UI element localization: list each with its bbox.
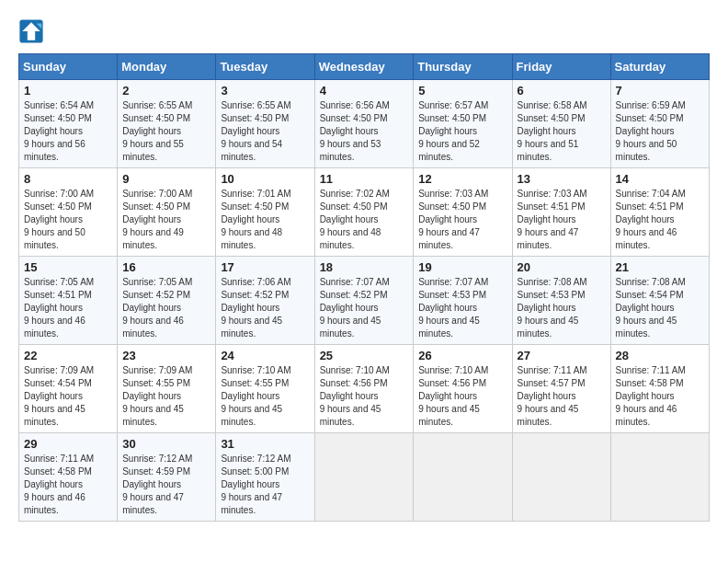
- calendar-cell: 8 Sunrise: 7:00 AM Sunset: 4:50 PM Dayli…: [19, 168, 118, 257]
- sunset-label: Sunset: 4:50 PM: [122, 201, 190, 212]
- daylight-value: 9 hours and 45 minutes.: [320, 404, 381, 427]
- sunrise-label: Sunrise: 7:06 AM: [221, 277, 290, 287]
- day-info: Sunrise: 7:05 AM Sunset: 4:52 PM Dayligh…: [122, 276, 210, 340]
- day-info: Sunrise: 7:09 AM Sunset: 4:55 PM Dayligh…: [122, 364, 210, 429]
- calendar-cell: 25 Sunrise: 7:10 AM Sunset: 4:56 PM Dayl…: [314, 345, 414, 433]
- sunrise-label: Sunrise: 7:05 AM: [24, 277, 94, 287]
- daylight-label: Daylight hours: [221, 126, 279, 136]
- daylight-value: 9 hours and 47 minutes.: [518, 227, 579, 250]
- day-info: Sunrise: 7:11 AM Sunset: 4:57 PM Dayligh…: [518, 364, 606, 429]
- calendar-week-3: 15 Sunrise: 7:05 AM Sunset: 4:51 PM Dayl…: [19, 257, 710, 345]
- calendar-cell: 15 Sunrise: 7:05 AM Sunset: 4:51 PM Dayl…: [19, 257, 118, 345]
- daylight-label: Daylight hours: [221, 303, 279, 313]
- day-number: 30: [122, 437, 210, 451]
- calendar-cell: 17 Sunrise: 7:06 AM Sunset: 4:52 PM Dayl…: [216, 257, 314, 345]
- sunrise-label: Sunrise: 6:54 AM: [24, 100, 94, 110]
- daylight-label: Daylight hours: [24, 479, 83, 489]
- daylight-value: 9 hours and 47 minutes.: [221, 492, 282, 515]
- sunrise-label: Sunrise: 6:55 AM: [122, 100, 192, 110]
- column-header-wednesday: Wednesday: [314, 54, 414, 80]
- sunset-label: Sunset: 4:53 PM: [418, 290, 486, 300]
- day-number: 31: [221, 437, 309, 451]
- day-number: 25: [320, 349, 409, 362]
- day-info: Sunrise: 7:02 AM Sunset: 4:50 PM Dayligh…: [320, 188, 409, 252]
- daylight-label: Daylight hours: [24, 126, 83, 136]
- daylight-label: Daylight hours: [518, 126, 576, 136]
- day-info: Sunrise: 7:04 AM Sunset: 4:51 PM Dayligh…: [616, 188, 704, 252]
- day-info: Sunrise: 7:05 AM Sunset: 4:51 PM Dayligh…: [24, 276, 112, 340]
- calendar-cell: 26 Sunrise: 7:10 AM Sunset: 4:56 PM Dayl…: [414, 345, 512, 433]
- sunset-label: Sunset: 4:50 PM: [616, 113, 684, 123]
- calendar-cell: 1 Sunrise: 6:54 AM Sunset: 4:50 PM Dayli…: [19, 80, 118, 168]
- calendar-cell: 16 Sunrise: 7:05 AM Sunset: 4:52 PM Dayl…: [118, 257, 216, 345]
- day-number: 10: [221, 172, 309, 186]
- day-number: 24: [221, 349, 309, 362]
- daylight-label: Daylight hours: [518, 303, 576, 313]
- calendar-cell: 5 Sunrise: 6:57 AM Sunset: 4:50 PM Dayli…: [414, 80, 512, 168]
- calendar-cell: 14 Sunrise: 7:04 AM Sunset: 4:51 PM Dayl…: [610, 168, 709, 257]
- day-number: 19: [418, 260, 506, 274]
- calendar-cell: [314, 433, 414, 522]
- sunset-label: Sunset: 4:59 PM: [122, 466, 190, 477]
- daylight-value: 9 hours and 45 minutes.: [122, 404, 184, 427]
- day-number: 26: [418, 349, 506, 362]
- calendar-week-4: 22 Sunrise: 7:09 AM Sunset: 4:54 PM Dayl…: [19, 345, 710, 433]
- daylight-label: Daylight hours: [24, 391, 83, 401]
- day-number: 23: [122, 349, 210, 362]
- calendar-cell: 12 Sunrise: 7:03 AM Sunset: 4:50 PM Dayl…: [414, 168, 512, 257]
- calendar-cell: 3 Sunrise: 6:55 AM Sunset: 4:50 PM Dayli…: [216, 80, 314, 168]
- sunrise-label: Sunrise: 6:57 AM: [418, 100, 488, 110]
- daylight-label: Daylight hours: [616, 391, 675, 401]
- sunrise-label: Sunrise: 7:11 AM: [24, 454, 94, 464]
- day-number: 4: [320, 84, 409, 98]
- day-info: Sunrise: 7:10 AM Sunset: 4:56 PM Dayligh…: [418, 364, 506, 429]
- daylight-value: 9 hours and 51 minutes.: [518, 139, 579, 162]
- day-number: 11: [320, 172, 409, 186]
- sunrise-label: Sunrise: 7:12 AM: [221, 454, 290, 464]
- day-info: Sunrise: 7:06 AM Sunset: 4:52 PM Dayligh…: [221, 276, 309, 340]
- sunrise-label: Sunrise: 7:00 AM: [122, 189, 192, 199]
- calendar-cell: 7 Sunrise: 6:59 AM Sunset: 4:50 PM Dayli…: [610, 80, 709, 168]
- logo-icon: [18, 18, 44, 44]
- sunrise-label: Sunrise: 7:03 AM: [418, 189, 488, 199]
- day-number: 7: [616, 84, 704, 98]
- daylight-label: Daylight hours: [122, 126, 181, 136]
- daylight-label: Daylight hours: [320, 126, 379, 136]
- calendar-cell: 9 Sunrise: 7:00 AM Sunset: 4:50 PM Dayli…: [118, 168, 216, 257]
- daylight-value: 9 hours and 54 minutes.: [221, 139, 282, 162]
- day-info: Sunrise: 7:00 AM Sunset: 4:50 PM Dayligh…: [122, 188, 210, 252]
- day-info: Sunrise: 6:56 AM Sunset: 4:50 PM Dayligh…: [320, 99, 409, 164]
- calendar-cell: [414, 433, 512, 522]
- daylight-value: 9 hours and 46 minutes.: [24, 492, 85, 515]
- day-info: Sunrise: 7:03 AM Sunset: 4:51 PM Dayligh…: [518, 188, 606, 252]
- sunset-label: Sunset: 4:58 PM: [616, 378, 684, 388]
- daylight-value: 9 hours and 45 minutes.: [221, 316, 282, 339]
- daylight-value: 9 hours and 45 minutes.: [518, 404, 579, 427]
- daylight-value: 9 hours and 46 minutes.: [122, 316, 184, 339]
- daylight-value: 9 hours and 47 minutes.: [418, 227, 480, 250]
- daylight-label: Daylight hours: [122, 479, 181, 489]
- sunset-label: Sunset: 5:00 PM: [221, 466, 289, 477]
- calendar-cell: 22 Sunrise: 7:09 AM Sunset: 4:54 PM Dayl…: [19, 345, 118, 433]
- column-header-monday: Monday: [118, 54, 216, 80]
- daylight-value: 9 hours and 45 minutes.: [221, 404, 282, 427]
- sunset-label: Sunset: 4:50 PM: [418, 113, 486, 123]
- day-number: 22: [24, 349, 112, 362]
- daylight-value: 9 hours and 49 minutes.: [122, 227, 184, 250]
- column-header-thursday: Thursday: [414, 54, 512, 80]
- sunrise-label: Sunrise: 7:08 AM: [518, 277, 587, 287]
- calendar-week-2: 8 Sunrise: 7:00 AM Sunset: 4:50 PM Dayli…: [19, 168, 710, 257]
- daylight-label: Daylight hours: [418, 214, 477, 224]
- column-header-friday: Friday: [512, 54, 610, 80]
- daylight-label: Daylight hours: [221, 391, 279, 401]
- daylight-value: 9 hours and 55 minutes.: [122, 139, 184, 162]
- calendar-cell: 11 Sunrise: 7:02 AM Sunset: 4:50 PM Dayl…: [314, 168, 414, 257]
- sunset-label: Sunset: 4:50 PM: [24, 201, 92, 212]
- sunset-label: Sunset: 4:50 PM: [518, 113, 586, 123]
- day-number: 13: [518, 172, 606, 186]
- sunset-label: Sunset: 4:50 PM: [418, 201, 486, 212]
- calendar-cell: 24 Sunrise: 7:10 AM Sunset: 4:55 PM Dayl…: [216, 345, 314, 433]
- sunset-label: Sunset: 4:54 PM: [24, 378, 92, 388]
- sunset-label: Sunset: 4:52 PM: [122, 290, 190, 300]
- day-number: 5: [418, 84, 506, 98]
